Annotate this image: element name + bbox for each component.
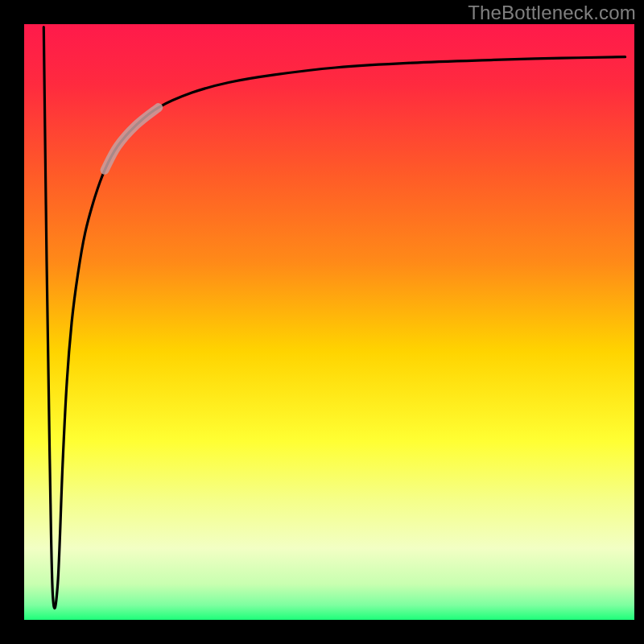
frame-border bbox=[634, 0, 644, 644]
watermark-text: TheBottleneck.com bbox=[468, 2, 636, 24]
gradient-panel bbox=[24, 24, 634, 620]
bottleneck-chart bbox=[0, 0, 644, 644]
chart-frame: TheBottleneck.com bbox=[0, 0, 644, 644]
frame-border bbox=[0, 620, 644, 644]
frame-border bbox=[0, 0, 24, 644]
